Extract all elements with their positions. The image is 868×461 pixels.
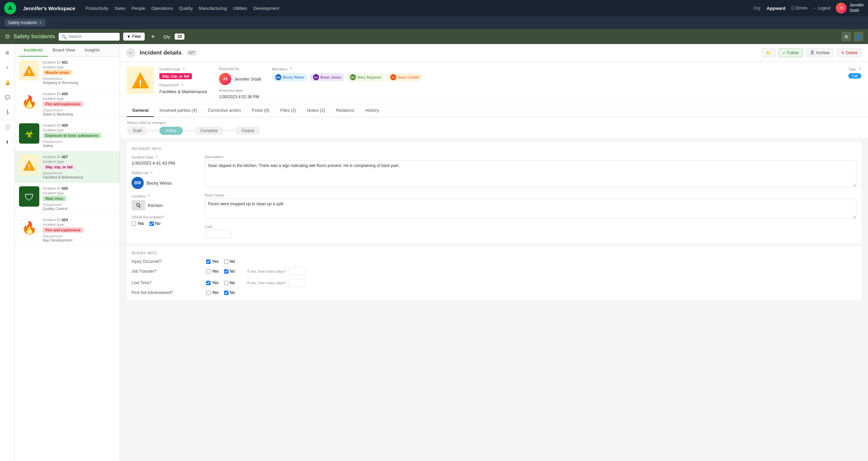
incident-item-430[interactable]: 🔥 Incident ID 430 Incident type Fire and…	[15, 88, 120, 120]
tab-insights[interactable]: Insights	[80, 44, 104, 57]
location-edit-icon[interactable]: ✎	[147, 194, 150, 198]
filter-button[interactable]: ▼ Filter	[123, 33, 145, 41]
incident-info-431: Incident ID 431 Incident type Muscle str…	[43, 60, 116, 85]
description-textarea[interactable]: Sean slipped in the kitchen. There was a…	[205, 160, 856, 187]
archive-button[interactable]: 🗄 Archive	[806, 48, 834, 57]
status-active[interactable]: Active	[159, 127, 183, 135]
summary-reported: Reported by JS Jennifer Sistili Reported…	[219, 67, 267, 99]
follow-button[interactable]: ✓ Follow	[778, 48, 804, 57]
first-aid-no-option[interactable]: No	[224, 290, 235, 295]
osha-no-option[interactable]: No	[150, 221, 160, 226]
logout-button[interactable]: ← Logout	[813, 6, 830, 11]
injury-occurred-yes-checkbox[interactable]	[206, 259, 211, 264]
status-closed[interactable]: Closed	[235, 127, 260, 135]
tab-files[interactable]: Files (2)	[275, 104, 302, 117]
nav-sales[interactable]: Sales	[114, 6, 125, 11]
delete-button[interactable]: ✕ Delete	[836, 48, 862, 57]
tab-board-view[interactable]: Board View	[48, 44, 80, 57]
lost-time-no-checkbox[interactable]	[224, 281, 229, 285]
type-edit-icon[interactable]: ✎	[182, 67, 185, 71]
tab-history[interactable]: History	[360, 104, 384, 117]
errors-button[interactable]: ⓘ Errors	[791, 5, 808, 11]
sidebar-icon-chat[interactable]: 💬	[2, 92, 13, 102]
sidebar-icon-upload[interactable]: ⬆	[2, 137, 13, 147]
tags-section: Tags ✎ Fall	[848, 67, 861, 79]
incident-date-edit-icon[interactable]: ✎	[155, 155, 158, 159]
incident-item-426[interactable]: 🛡 Incident ID 426 Incident type Near mis…	[15, 183, 120, 214]
job-transfer-days-input[interactable]	[289, 267, 306, 275]
top-navigation: A Jennifer's Workspace Productivity Sale…	[0, 0, 868, 16]
tab-general[interactable]: General	[127, 104, 154, 117]
member-becky[interactable]: BW Becky Weiss	[272, 73, 308, 81]
osha-options: Yes No	[132, 221, 199, 226]
tab-corrective-action[interactable]: Corrective action	[202, 104, 246, 117]
tab-incidents[interactable]: Incidents	[19, 44, 48, 57]
nav-productivity[interactable]: Productivity	[85, 6, 108, 11]
tab-posts[interactable]: Posts (9)	[246, 104, 275, 117]
cost-input[interactable]	[205, 230, 232, 238]
members-edit-icon[interactable]: ✎	[290, 67, 293, 71]
search-box[interactable]: 🔍	[59, 33, 120, 41]
root-cause-label: Root Cause	[205, 193, 856, 197]
injury-occurred-yes-option[interactable]: Yes	[206, 259, 219, 264]
incident-type-430: Fire and explosions	[43, 101, 83, 107]
user-settings-button[interactable]: 👤	[854, 32, 863, 41]
member-avatar-sc: SC	[390, 74, 396, 80]
member-sean[interactable]: SC Sean Caddel	[387, 73, 423, 81]
status-complete[interactable]: Complete	[194, 127, 224, 135]
job-transfer-yes-checkbox[interactable]	[206, 269, 211, 274]
back-button[interactable]: ←	[126, 48, 136, 58]
lost-time-days-input[interactable]: 3	[289, 279, 306, 287]
tags-edit-icon[interactable]: ✎	[858, 67, 861, 71]
nav-utilities[interactable]: Utilities	[233, 6, 247, 11]
sidebar-icon-bell[interactable]: 🔔	[2, 77, 13, 87]
nav-manufacturing[interactable]: Manufacturing	[199, 6, 226, 11]
sidebar-icon-add[interactable]: +	[2, 62, 13, 72]
job-transfer-no-checkbox[interactable]	[224, 269, 229, 274]
file-button[interactable]: 📁	[762, 48, 775, 57]
root-cause-textarea[interactable]: Floors were mopped up to clean up a spil…	[205, 198, 856, 219]
nav-quality[interactable]: Quality	[179, 6, 193, 11]
injury-grid: Injury Occurred? Yes No Job Transfer? Ye…	[132, 259, 856, 295]
step-connector-2	[183, 130, 194, 131]
incident-item-427[interactable]: ! Incident ID 427 Incident type Slip, tr…	[15, 151, 120, 183]
sidebar-icon-run[interactable]: 🏃	[2, 107, 13, 117]
osha-yes-option[interactable]: Yes	[132, 221, 144, 226]
status-draft[interactable]: Draft	[127, 127, 148, 135]
first-aid-no-checkbox[interactable]	[224, 291, 229, 295]
incident-type-label-431: Incident type	[43, 65, 116, 69]
safety-rep-row: BW Becky Weiss	[132, 177, 199, 189]
job-transfer-yes-option[interactable]: Yes	[206, 269, 219, 274]
injury-occurred-no-checkbox[interactable]	[224, 259, 229, 264]
sidebar-icon-grid[interactable]: ⊞	[2, 47, 13, 58]
settings-button[interactable]: ⚙	[842, 32, 851, 41]
incident-item-424[interactable]: 🔥 Incident ID 424 Incident type Fire and…	[15, 214, 120, 246]
dept-edit-icon[interactable]: ✎	[181, 83, 184, 87]
member-bryan[interactable]: BJ Bryan Jones	[310, 73, 344, 81]
add-button[interactable]: +	[148, 32, 158, 41]
osha-yes-checkbox[interactable]	[132, 222, 136, 226]
injury-occurred-no-option[interactable]: No	[224, 259, 235, 264]
nav-operations[interactable]: Operations	[151, 6, 173, 11]
nav-development[interactable]: Development	[253, 6, 279, 11]
info-left-col: Incident Date ✎ 1/30/2023 4:41:43 PM Saf…	[132, 155, 199, 238]
top-right-area: Org: Appward ⓘ Errors ← Logout JS Jennif…	[753, 3, 864, 14]
member-mary[interactable]: MA Mary Abgarian	[347, 73, 385, 81]
search-input[interactable]	[69, 34, 117, 39]
sidebar-icon-clock[interactable]: 🕐	[2, 122, 13, 132]
safety-rep-edit-icon[interactable]: ✎	[150, 170, 153, 175]
tab-involved-parties[interactable]: Involved parties (4)	[154, 104, 202, 117]
breadcrumb-close[interactable]: ×	[39, 20, 42, 25]
job-transfer-no-option[interactable]: No	[224, 269, 235, 274]
tab-notes[interactable]: Notes (2)	[302, 104, 331, 117]
tab-relations[interactable]: Relations	[331, 104, 360, 117]
incident-item-431[interactable]: ! Incident ID 431 Incident type Muscle s…	[15, 57, 120, 88]
lost-time-no-option[interactable]: No	[224, 280, 235, 285]
lost-time-yes-checkbox[interactable]	[206, 281, 211, 285]
first-aid-yes-checkbox[interactable]	[206, 291, 211, 295]
lost-time-yes-option[interactable]: Yes	[206, 280, 219, 285]
first-aid-yes-option[interactable]: Yes	[206, 290, 219, 295]
nav-people[interactable]: People	[132, 6, 145, 11]
osha-no-checkbox[interactable]	[150, 222, 154, 226]
incident-item-429[interactable]: ☣ Incident ID 429 Incident type Exposure…	[15, 120, 120, 151]
